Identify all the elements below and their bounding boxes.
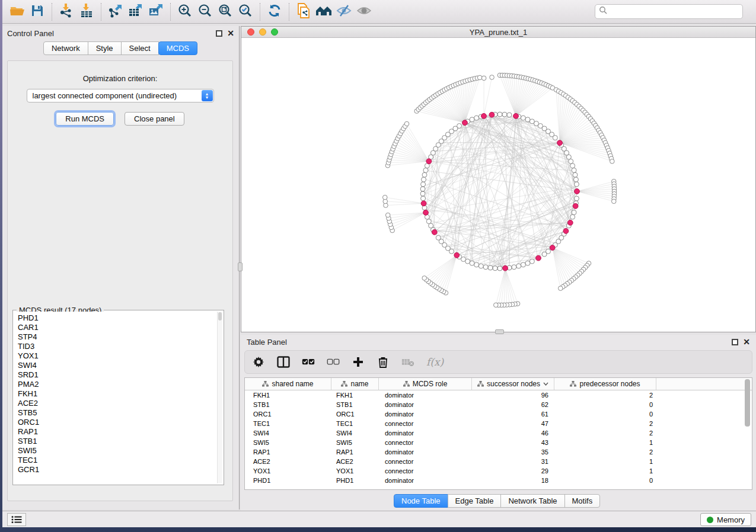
vertical-splitter-handle[interactable] [238,262,243,271]
zoom-selected-button[interactable] [235,2,256,21]
memory-button[interactable]: Memory [700,513,751,526]
window-zoom-icon[interactable] [271,28,278,36]
hide-selected-button[interactable] [334,2,354,21]
mcds-result-item[interactable]: SWI5 [18,446,219,456]
open-file-button[interactable] [7,2,27,21]
mcds-result-item[interactable]: RAP1 [18,427,219,437]
export-image-button[interactable] [146,2,166,21]
cell-predecessors[interactable]: 2 [554,447,656,457]
mcds-result-item[interactable]: STP4 [18,332,219,342]
cell-shared_name[interactable]: RAP1 [245,447,331,457]
cell-shared_name[interactable]: FKH1 [245,390,331,400]
cell-role[interactable]: connector [379,419,472,428]
mcds-result-item[interactable]: SWI4 [18,361,219,370]
export-table-button[interactable] [126,2,146,21]
first-neighbors-button[interactable] [314,2,334,21]
select-all-button[interactable] [302,355,315,368]
float-panel-icon[interactable] [216,30,222,37]
cell-name[interactable]: ACE2 [331,457,379,466]
cell-successors[interactable]: 62 [472,400,554,409]
table-row[interactable]: PHD1PHD1dominator180 [245,476,752,485]
cell-shared_name[interactable]: ACE2 [245,457,331,466]
tab-network-table[interactable]: Network Table [500,494,564,508]
cell-name[interactable]: TEC1 [331,419,379,428]
tab-motifs[interactable]: Motifs [564,494,601,508]
tab-style[interactable]: Style [88,41,122,55]
show-columns-button[interactable] [277,355,290,368]
zoom-out-button[interactable] [195,2,215,21]
cell-role[interactable]: connector [379,438,472,447]
table-row[interactable]: SWI5SWI5connector431 [245,438,752,447]
cell-role[interactable]: dominator [379,476,472,485]
table-row[interactable]: TEC1TEC1connector472 [245,419,752,428]
network-canvas[interactable] [241,38,755,332]
zoom-in-button[interactable] [175,2,195,21]
table-scrollbar[interactable] [745,379,750,474]
window-close-icon[interactable] [247,28,254,36]
mcds-result-list[interactable]: PHD1CAR1STP4TID3YOX1SWI4SRD1PMA2FKH1ACE2… [14,312,222,483]
function-builder-button[interactable]: f(x) [426,355,444,368]
cell-predecessors[interactable]: 2 [554,390,656,400]
cell-name[interactable]: RAP1 [331,447,379,457]
cell-predecessors[interactable]: 2 [554,428,656,438]
cell-successors[interactable]: 35 [472,447,554,457]
import-network-button[interactable] [56,2,76,21]
cell-predecessors[interactable]: 1 [554,466,656,476]
cell-successors[interactable]: 47 [472,419,554,428]
criterion-dropdown[interactable]: largest connected component (undirected)… [27,89,214,102]
mcds-result-item[interactable]: TID3 [18,342,219,351]
cell-role[interactable]: connector [379,466,472,476]
cell-predecessors[interactable]: 0 [554,409,656,419]
mcds-list-scrollbar[interactable] [217,312,222,483]
cell-successors[interactable]: 31 [472,457,554,466]
cell-role[interactable]: dominator [379,390,472,400]
cell-successors[interactable]: 18 [472,476,554,485]
cell-name[interactable]: YOX1 [331,466,379,476]
cell-predecessors[interactable]: 1 [554,438,656,447]
mcds-result-item[interactable]: CAR1 [18,323,219,332]
export-network-button[interactable] [106,2,126,21]
zoom-fit-button[interactable] [215,2,235,21]
table-row[interactable]: RAP1RAP1dominator352 [245,447,752,457]
close-panel-icon[interactable]: ✕ [227,30,234,37]
tab-network[interactable]: Network [43,41,88,55]
column-header-MCDS-role[interactable]: MCDS role [379,378,472,390]
show-panels-button[interactable] [7,513,26,526]
cell-predecessors[interactable]: 2 [554,419,656,428]
table-row[interactable]: FKH1FKH1dominator962 [245,390,752,400]
mcds-result-item[interactable]: GCR1 [18,465,219,475]
network-graph[interactable] [241,38,756,332]
cell-shared_name[interactable]: PHD1 [245,476,331,485]
cell-name[interactable]: PHD1 [331,476,379,485]
cell-role[interactable]: dominator [379,428,472,438]
column-header-shared-name[interactable]: shared name [245,378,331,390]
cell-successors[interactable]: 43 [472,438,554,447]
column-header-successor-nodes[interactable]: successor nodes [472,378,554,390]
network-window-titlebar[interactable]: YPA_prune.txt_1 [241,27,755,38]
table-settings-button[interactable] [252,355,265,368]
cell-role[interactable]: connector [379,457,472,466]
close-table-panel-icon[interactable]: ✕ [743,339,750,345]
column-header-name[interactable]: name [331,378,379,390]
table-row[interactable]: ACE2ACE2connector311 [245,457,752,466]
delete-row-button[interactable] [377,355,390,368]
mcds-result-item[interactable]: STB1 [18,437,219,446]
mcds-result-item[interactable]: TEC1 [18,456,219,465]
cell-successors[interactable]: 61 [472,409,554,419]
table-row[interactable]: YOX1YOX1connector291 [245,466,752,476]
cell-shared_name[interactable]: SWI5 [245,438,331,447]
mcds-result-item[interactable]: PMA2 [18,380,219,389]
cell-successors[interactable]: 46 [472,428,554,438]
cell-name[interactable]: FKH1 [331,390,379,400]
mcds-result-item[interactable]: ACE2 [18,399,219,408]
mcds-result-item[interactable]: YOX1 [18,351,219,361]
cell-predecessors[interactable]: 0 [554,476,656,485]
cell-successors[interactable]: 29 [472,466,554,476]
cell-shared_name[interactable]: STB1 [245,400,331,409]
window-minimize-icon[interactable] [259,28,266,36]
tab-node-table[interactable]: Node Table [394,494,448,508]
cell-name[interactable]: SWI4 [331,428,379,438]
deselect-all-button[interactable] [327,355,340,368]
save-session-button[interactable] [27,2,47,21]
mcds-result-item[interactable]: SRD1 [18,370,219,380]
